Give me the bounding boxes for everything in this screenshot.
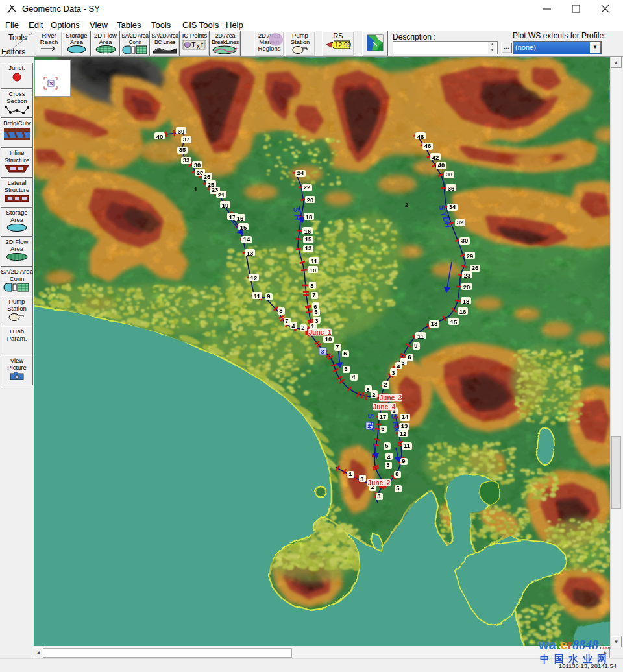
svg-text:Junc_4: Junc_4 [373,403,396,411]
svg-text:17: 17 [229,213,236,221]
svg-text:8: 8 [395,470,398,477]
svg-text:5: 5 [385,442,389,449]
svg-text:3: 3 [366,386,369,393]
svg-text:6: 6 [381,425,384,432]
svg-text:22: 22 [304,184,311,191]
svg-text:4: 4 [387,453,391,461]
svg-text:16: 16 [304,228,312,235]
svg-text:4: 4 [291,322,295,330]
svg-text:3: 3 [377,492,380,499]
svg-text:S HY: S HY [366,413,376,433]
svg-text:7: 7 [336,343,339,350]
svg-text:36: 36 [448,185,455,192]
svg-text:5: 5 [396,485,400,492]
svg-text:24: 24 [297,169,304,176]
svg-text:3: 3 [321,348,324,355]
svg-text:39: 39 [178,128,185,135]
svg-text:12.99: 12.99 [335,42,351,49]
svg-text:Junc_2: Junc_2 [368,479,391,486]
svg-text:11: 11 [254,293,261,300]
svg-text:33: 33 [183,156,190,163]
svg-text:11: 11 [417,333,424,340]
svg-text:8: 8 [279,307,282,314]
svg-text:11: 11 [311,258,318,265]
svg-text:14: 14 [243,235,250,243]
svg-text:35: 35 [179,146,186,153]
svg-text:26: 26 [204,173,211,180]
svg-text:48: 48 [417,133,424,140]
svg-text:15: 15 [240,224,247,231]
svg-text:S H: S H [291,206,302,221]
svg-text:3: 3 [391,369,395,376]
svg-text:20: 20 [463,283,470,291]
svg-text:4: 4 [352,373,356,380]
svg-text:23: 23 [464,272,471,279]
svg-text:40: 40 [438,162,445,169]
svg-text:13: 13 [305,245,312,252]
svg-text:7: 7 [285,317,288,324]
svg-text:3: 3 [360,475,363,483]
svg-text:26: 26 [472,264,479,271]
svg-text:T: T [191,41,196,49]
svg-text:18: 18 [306,213,313,221]
svg-text:11: 11 [404,442,411,449]
svg-text:19: 19 [222,202,229,209]
svg-text:3: 3 [386,461,389,468]
svg-text:46: 46 [424,142,432,149]
svg-text:13: 13 [247,250,254,257]
svg-text:18: 18 [463,298,470,305]
svg-text:15: 15 [450,318,458,326]
svg-text:42: 42 [432,154,439,161]
svg-text:4: 4 [397,363,400,370]
svg-text:21: 21 [218,191,225,198]
svg-text:Junc_3: Junc_3 [380,394,402,402]
svg-text:12: 12 [250,274,258,282]
svg-text:40: 40 [156,133,164,140]
svg-text:13: 13 [431,320,438,327]
svg-text:5: 5 [344,365,348,372]
svg-text:30: 30 [461,237,469,244]
svg-text:16: 16 [459,308,467,315]
svg-text:20: 20 [307,197,314,204]
svg-text:2: 2 [405,201,408,208]
svg-text:9: 9 [414,342,417,349]
svg-text:Junc_1: Junc_1 [309,329,332,336]
svg-text:t: t [201,41,203,49]
svg-text:x: x [197,43,200,50]
svg-text:5: 5 [314,308,318,315]
svg-text:38: 38 [446,171,453,178]
svg-text:7: 7 [312,291,315,298]
svg-text:37: 37 [183,136,190,143]
svg-text:32: 32 [457,219,464,226]
svg-text:6: 6 [408,354,411,361]
svg-text:13: 13 [401,422,408,429]
svg-text:15: 15 [305,235,312,243]
svg-text:16: 16 [237,215,244,222]
svg-text:2: 2 [384,381,387,388]
svg-text:10: 10 [310,267,317,274]
svg-text:30: 30 [194,162,201,169]
svg-text:17: 17 [380,413,387,420]
svg-text:29: 29 [467,252,474,259]
svg-text:8: 8 [310,282,313,289]
svg-text:2: 2 [301,324,304,331]
svg-text:34: 34 [449,203,456,210]
svg-text:6: 6 [343,350,347,357]
svg-text:1: 1 [348,470,352,477]
svg-text:1: 1 [194,186,198,193]
svg-text:14: 14 [402,413,409,420]
svg-text:10: 10 [325,335,332,342]
svg-text:9: 9 [267,293,270,300]
svg-text:9: 9 [402,457,405,464]
svg-text:2: 2 [372,391,375,398]
